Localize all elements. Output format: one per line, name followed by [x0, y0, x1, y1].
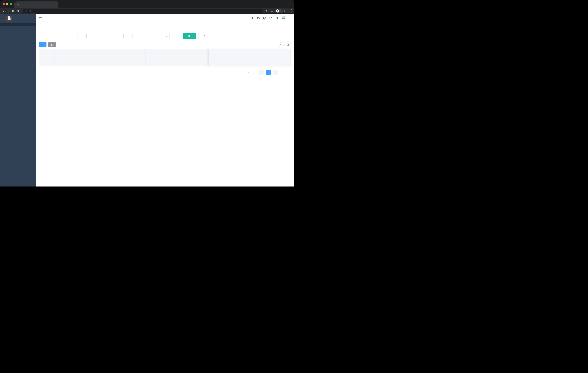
sidebar [0, 14, 36, 186]
breadcrumb-separator: / [47, 17, 47, 20]
minimize-window-button[interactable] [6, 3, 8, 5]
show-search-button[interactable] [279, 42, 284, 47]
url-bar[interactable]: | [23, 9, 263, 13]
svg-text:?: ? [264, 17, 265, 19]
reset-button[interactable] [198, 33, 211, 39]
fullscreen-icon[interactable] [269, 17, 272, 20]
back-icon[interactable] [2, 9, 5, 13]
hamburger-icon[interactable] [39, 17, 42, 20]
filter-form: ∨ [39, 33, 291, 39]
traffic-lights [2, 3, 12, 5]
key-icon[interactable] [265, 9, 269, 13]
chevron-down-icon: ∨ [248, 71, 250, 74]
chevron-down-icon: ∨ [166, 35, 167, 37]
current-page[interactable] [266, 70, 271, 75]
reload-icon[interactable] [11, 9, 15, 13]
bookmark-star-icon[interactable]: ☆ [271, 9, 273, 13]
breadcrumb-separator: / [55, 17, 55, 20]
help-icon[interactable]: ? [263, 17, 266, 20]
col-group-latest-deployment [179, 49, 209, 66]
sidebar-submenu [0, 23, 36, 26]
col-header-active [193, 58, 209, 66]
browser-tab[interactable] [14, 1, 58, 8]
browser-window: | ☆ ⋮ [0, 0, 294, 186]
col-header-id [39, 49, 54, 66]
app-frame: / / / ? [0, 14, 294, 186]
url-divider: | [30, 10, 31, 12]
upload-icon [51, 44, 53, 46]
table-tools [279, 42, 291, 47]
search-icon [188, 35, 190, 37]
favicon-sprout-icon [17, 3, 20, 6]
operations-column [209, 49, 290, 66]
search-button[interactable] [183, 33, 196, 39]
incognito-badge [275, 9, 283, 13]
breadcrumb-separator: / [51, 17, 51, 20]
page-content: ∨ [36, 29, 294, 186]
next-page-button[interactable] [273, 70, 278, 75]
update-button[interactable]: ⋮ [284, 9, 292, 13]
col-header-name [54, 49, 91, 66]
page-size-select[interactable]: ∨ [239, 70, 257, 75]
close-window-button[interactable] [2, 3, 5, 5]
browser-toolbar: | ☆ ⋮ [0, 8, 294, 14]
toolbar-right: ☆ ⋮ [265, 9, 292, 13]
avatar[interactable] [281, 15, 287, 21]
app-header: / / / ? [36, 14, 294, 23]
refresh-icon [203, 35, 205, 37]
col-header-category [91, 49, 109, 66]
refresh-icon [287, 43, 289, 46]
category-select[interactable]: ∨ [133, 33, 170, 39]
goto-page-input[interactable] [283, 70, 291, 75]
process-model-table [39, 49, 291, 66]
pagination: ∨ [39, 70, 293, 75]
col-header-form [109, 49, 146, 66]
col-header-operations [209, 49, 290, 66]
home-icon[interactable] [16, 9, 20, 13]
process-id-input[interactable] [41, 33, 77, 39]
browser-menu-icon[interactable]: ⋮ [288, 10, 291, 12]
github-icon[interactable] [257, 17, 260, 20]
plus-icon [41, 44, 43, 46]
search-icon [280, 43, 283, 46]
header-actions: ? TT ▾ [251, 15, 292, 21]
table-toolbar [39, 42, 291, 47]
breadcrumb: / / / [45, 17, 57, 20]
search-icon[interactable] [251, 17, 253, 20]
col-header-version [179, 58, 194, 66]
sidebar-logo-row[interactable] [0, 14, 36, 23]
process-name-input[interactable] [86, 33, 124, 39]
chevron-down-icon[interactable]: ▾ [290, 17, 292, 19]
col-header-created [146, 49, 179, 66]
import-process-button[interactable] [48, 42, 56, 47]
tab-strip [0, 0, 294, 8]
incognito-icon [276, 9, 279, 13]
prev-page-button[interactable] [259, 70, 264, 75]
forward-icon[interactable] [7, 9, 10, 13]
tags-view [36, 23, 294, 29]
font-size-icon[interactable]: TT [275, 17, 278, 20]
refresh-table-button[interactable] [285, 42, 291, 47]
zoom-window-button[interactable] [10, 3, 12, 5]
warning-triangle-icon [25, 10, 27, 12]
logo-rabbit-image [6, 16, 12, 20]
create-process-button[interactable] [39, 42, 46, 47]
main-area: / / / ? [36, 14, 294, 186]
